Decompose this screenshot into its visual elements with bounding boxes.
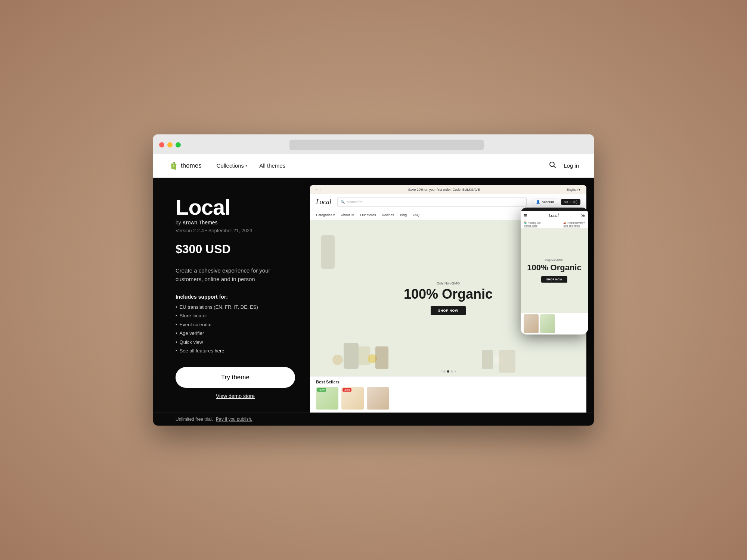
feature-item: Store locator <box>176 311 295 320</box>
browser-window: themes Collections ▾ All themes Log in <box>153 134 594 426</box>
product-image-3 <box>367 387 389 410</box>
theme-title: Local <box>176 196 295 218</box>
all-themes-nav-link[interactable]: All themes <box>259 162 285 169</box>
mobile-overlay: ☰ Local 🛍 🏪 Picking up? Select store 🚚 N <box>521 208 588 335</box>
preview-nav-stores[interactable]: Our stores <box>360 213 376 217</box>
features-title: Includes support for: <box>176 294 295 300</box>
preview-search[interactable]: 🔍 Search for... <box>337 197 527 207</box>
shopify-logo-icon <box>168 161 179 171</box>
preview-nav-faq[interactable]: FAQ <box>413 213 419 217</box>
left-panel: Local by Krown Themes Version 2.2.4 • Se… <box>153 178 310 413</box>
theme-price: $300 USD <box>176 242 295 256</box>
feature-item: Quick view <box>176 338 295 346</box>
pay-if-publish-link[interactable]: Pay if you publish. <box>216 417 252 422</box>
hamburger-icon[interactable]: ☰ <box>524 214 527 218</box>
product-thumb-2: -10% <box>341 387 364 410</box>
author-link[interactable]: Krown Themes <box>183 220 218 225</box>
hero-shop-now-button[interactable]: SHOP NOW <box>431 306 466 315</box>
mobile-product-2 <box>540 314 555 333</box>
search-icon[interactable] <box>549 161 556 170</box>
try-theme-button[interactable]: Try theme <box>176 367 295 388</box>
hero-title: 100% Organic <box>404 287 493 301</box>
theme-description: Create a cohesive experience for your cu… <box>176 267 295 283</box>
hero-tag: Only Non-GMO <box>404 281 493 285</box>
close-button[interactable] <box>159 142 164 147</box>
hero-indicators: ‹ › <box>441 369 456 373</box>
product-silhouette-4 <box>359 346 370 365</box>
preview-arrows: ‹ › <box>316 187 322 192</box>
product-silhouette-7 <box>482 350 493 369</box>
mobile-pickup: 🏪 Picking up? Select store <box>524 221 541 227</box>
mobile-logo: Local <box>549 213 559 218</box>
preview-nav-right: 👤 Account $0.00 (0) <box>533 199 580 205</box>
feature-item: Event calendar <box>176 320 295 329</box>
preview-nav-blog[interactable]: Blog <box>400 213 407 217</box>
collections-nav-link[interactable]: Collections ▾ <box>217 162 247 169</box>
minimize-button[interactable] <box>167 142 173 147</box>
product-silhouette-1 <box>321 235 335 269</box>
lang-selector[interactable]: English ▾ <box>567 188 580 192</box>
main-content: Local by Krown Themes Version 2.2.4 • Se… <box>153 178 594 413</box>
maximize-button[interactable] <box>176 142 181 147</box>
hero-dot-2[interactable] <box>447 370 449 373</box>
product-silhouette-3 <box>344 343 359 369</box>
hero-next-icon[interactable]: › <box>455 369 456 373</box>
by-author: by Krown Themes <box>176 220 295 225</box>
product-silhouette-9 <box>499 350 515 373</box>
preview-logo: Local <box>316 198 331 206</box>
mobile-status-bar <box>521 208 588 211</box>
feature-item: EU translations (EN, FR, IT, DE, ES) <box>176 303 295 311</box>
best-sellers-bar: Best Sellers <box>310 376 586 386</box>
view-demo-link[interactable]: View demo store <box>176 393 295 399</box>
preview-account-button[interactable]: 👤 Account <box>533 199 557 205</box>
browser-chrome <box>153 134 594 154</box>
hero-prev-icon[interactable]: ‹ <box>441 369 442 373</box>
nav-right: Log in <box>549 161 579 170</box>
prev-arrow-icon[interactable]: ‹ <box>316 187 317 192</box>
product-row: NEW -10% <box>310 386 586 413</box>
preview-top-bar: ‹ › Save 20% on your first order. Code: … <box>310 185 586 194</box>
chevron-down-icon: ▾ <box>245 164 247 168</box>
feature-list: EU translations (EN, FR, IT, DE, ES) Sto… <box>176 303 295 355</box>
mobile-top-bar: ☰ Local 🛍 <box>521 211 588 220</box>
mobile-delivery: 🚚 Need delivery? See estimates <box>563 221 585 227</box>
mobile-product-1 <box>524 314 539 333</box>
version-info: Version 2.2.4 • September 21, 2023 <box>176 228 295 233</box>
features-section: Includes support for: EU translations (E… <box>176 294 295 355</box>
right-panel: ‹ › Save 20% on your first order. Code: … <box>310 178 594 413</box>
feature-item: Age verifier <box>176 329 295 337</box>
preview-cart-button[interactable]: $0.00 (0) <box>561 199 580 205</box>
traffic-lights <box>159 142 181 147</box>
product-silhouette-2 <box>332 355 343 365</box>
account-icon: 👤 <box>536 200 540 204</box>
preview-nav-items: Categories ▾ About us Our stores Recipes… <box>316 213 419 217</box>
logo-area[interactable]: themes <box>168 161 202 171</box>
mobile-hero-title: 100% Organic <box>527 263 582 273</box>
sale-badge: -10% <box>342 388 351 392</box>
mobile-shop-now-button[interactable]: SHOP NOW <box>541 276 568 283</box>
mobile-store-bar: 🏪 Picking up? Select store 🚚 Need delive… <box>521 220 588 228</box>
new-badge: NEW <box>317 388 326 392</box>
promo-text: Save 20% on your first order. Code: BULK… <box>322 188 567 192</box>
nav-links: Collections ▾ All themes <box>217 162 534 169</box>
hero-content: Only Non-GMO 100% Organic SHOP NOW <box>404 281 493 315</box>
feature-item-see-all: See all features here <box>176 346 295 355</box>
svg-line-1 <box>554 166 556 168</box>
mobile-cart-icon[interactable]: 🛍 <box>580 213 585 218</box>
mobile-hero: Only Non-GMO 100% Organic SHOP NOW <box>521 228 588 313</box>
hero-dot-3[interactable] <box>451 370 453 373</box>
login-link[interactable]: Log in <box>564 162 579 169</box>
bottom-bar: Unlimited free trial. Pay if you publish… <box>153 413 594 426</box>
product-thumb-1: NEW <box>316 387 338 410</box>
preview-nav-categories[interactable]: Categories ▾ <box>316 213 335 217</box>
mobile-hero-tag: Only Non-GMO <box>545 259 563 261</box>
product-silhouette-6 <box>375 346 388 369</box>
mobile-product-row <box>521 313 588 335</box>
product-thumb-3 <box>367 387 389 410</box>
preview-nav-recipes[interactable]: Recipes <box>382 213 394 217</box>
preview-nav-about[interactable]: About us <box>341 213 354 217</box>
see-all-features-link[interactable]: here <box>215 348 224 354</box>
hero-dot-1[interactable] <box>443 370 446 373</box>
logo-text: themes <box>181 162 202 169</box>
address-bar[interactable] <box>289 140 484 150</box>
